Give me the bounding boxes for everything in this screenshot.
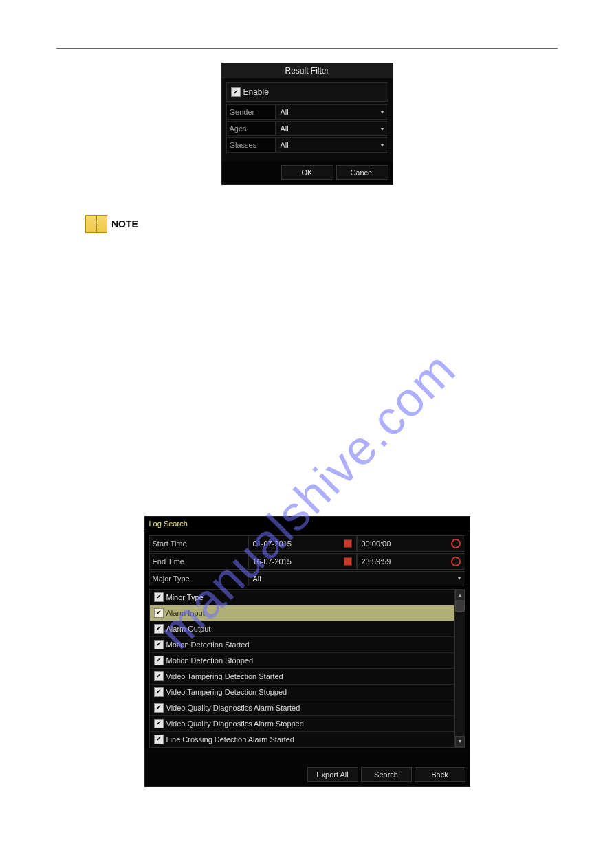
chevron-down-icon: ▾ [458,575,461,581]
step4-text: Select video files or pictures from the … [87,816,342,827]
search-button[interactable]: Search [361,767,412,782]
end-date-field[interactable]: 16-07-2015 [248,553,357,570]
step4-label: Step 4 [56,816,84,827]
subsection-heading-1: 6.2.1 Backing up by Normal Video/Picture… [56,309,558,325]
section-heading: 6.2 Backing up Record Files [56,276,558,297]
ages-select[interactable]: All ▾ [276,121,388,136]
scroll-down-icon[interactable]: ▾ [455,736,465,747]
chevron-down-icon: ▾ [381,126,384,132]
enable-label: Enable [243,87,269,97]
list-item[interactable]: ✔ Video Tampering Detection Started [150,669,454,685]
list-item[interactable]: ✔ Video Tampering Detection Stopped [150,685,454,700]
step1-text: Enter Export interface. [87,416,182,427]
top-rule [56,48,558,49]
checkbox-icon[interactable]: ✔ [154,592,164,602]
checkbox-icon[interactable]: ✔ [231,87,241,97]
list-item[interactable]: ✔ Motion Detection Stopped [150,653,454,669]
gender-row: Gender All ▾ [226,104,388,120]
figure-caption-1: Figure 6-32 Result Filter [0,192,614,203]
step3-text: Set search condition and click Search bu… [56,483,544,509]
page-number: 117 [0,857,614,868]
clock-icon[interactable] [451,539,461,548]
list-item[interactable]: ✔ Alarm Input [150,605,454,621]
note-label: NOTE [111,219,138,230]
note-icon: i [85,215,107,233]
result-filter-dialog: Result Filter ✔ Enable Gender All ▾ Ages… [221,63,393,185]
checkbox-icon[interactable]: ✔ [154,703,164,713]
log-search-title: Log Search [145,517,470,531]
result-filter-title: Result Filter [222,63,393,78]
scroll-up-icon[interactable]: ▴ [455,590,465,601]
purpose-text: The record files or pictures can be back… [56,355,558,386]
start-date-field[interactable]: 01-07-2015 [248,535,357,552]
cancel-button[interactable]: Cancel [336,165,388,180]
start-time-label: Start Time [149,535,248,552]
purpose-label: Purpose [56,332,558,347]
ages-row: Ages All ▾ [226,121,388,136]
ages-label: Ages [226,121,276,136]
note-text: The face detection is not supported by H… [56,240,558,255]
checkbox-icon[interactable]: ✔ [154,608,164,618]
start-time-row: Start Time 01-07-2015 00:00:00 [149,535,465,552]
checkbox-icon[interactable]: ✔ [154,735,164,744]
major-type-select[interactable]: All ▾ [248,571,465,586]
checkbox-icon[interactable]: ✔ [154,624,164,634]
list-item[interactable]: ✔ Video Quality Diagnostics Alarm Stoppe… [150,716,454,732]
step2-text: Select the cameras to search. [87,461,214,472]
export-all-button[interactable]: Export All [307,767,358,782]
back-button[interactable]: Back [415,767,465,782]
step1-path: Menu>Export>Normal/Picture [89,436,558,452]
glasses-row: Glasses All ▾ [226,137,388,153]
clock-icon[interactable] [451,557,461,566]
major-type-label: Major Type [149,571,248,586]
chevron-down-icon: ▾ [381,142,384,148]
figure-caption-2: Figure 6-33 Normal Video Search for Back… [0,791,614,802]
checkbox-icon[interactable]: ✔ [154,671,164,681]
ok-button[interactable]: OK [281,165,333,180]
checkbox-icon[interactable]: ✔ [154,687,164,697]
log-search-panel: Log Search Start Time 01-07-2015 00:00:0… [144,516,470,787]
step2-label: Step 2 [56,461,84,472]
end-time-label: End Time [149,553,248,570]
checkbox-icon[interactable]: ✔ [154,719,164,728]
end-time-row: End Time 16-07-2015 23:59:59 [149,553,465,570]
list-item[interactable]: ✔ Line Crossing Detection Alarm Started [150,732,454,747]
major-type-row: Major Type All ▾ [149,571,465,586]
glasses-select[interactable]: All ▾ [276,137,388,153]
checkbox-icon[interactable]: ✔ [154,656,164,665]
calendar-icon[interactable] [344,539,352,548]
gender-label: Gender [226,104,276,120]
list-item[interactable]: ✔ Video Quality Diagnostics Alarm Starte… [150,700,454,716]
enable-row[interactable]: ✔ Enable [226,82,388,102]
list-item[interactable]: ✔ Alarm Output [150,621,454,637]
step3-label: Step 3 [56,483,84,494]
step1-label: Step 1 [56,416,84,427]
subsection-heading-2: Backing up using USB flash drives and US… [56,392,558,408]
gender-select[interactable]: All ▾ [276,104,388,120]
glasses-label: Glasses [226,137,276,153]
scroll-thumb[interactable] [455,601,465,612]
scrollbar[interactable]: ▴ ▾ [454,590,465,747]
minor-type-list: ✔ Minor Type ✔ Alarm Input ✔ Alarm Outpu… [149,589,465,748]
list-item[interactable]: ✔ Motion Detection Started [150,637,454,653]
end-time-field[interactable]: 23:59:59 [357,553,465,570]
checkbox-icon[interactable]: ✔ [154,640,164,649]
chevron-down-icon: ▾ [381,109,384,115]
minor-type-header[interactable]: ✔ Minor Type [150,590,454,605]
start-time-field[interactable]: 00:00:00 [357,535,465,552]
calendar-icon[interactable] [344,557,352,566]
